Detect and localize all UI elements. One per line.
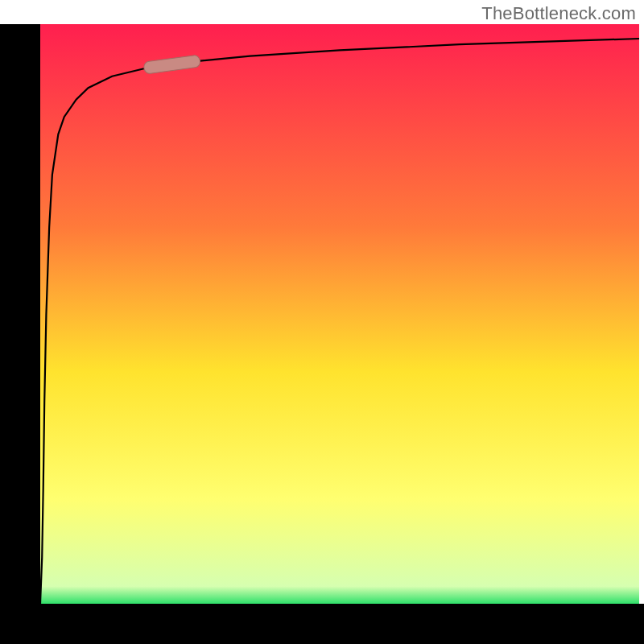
watermark-text: TheBottleneck.com [481,3,636,24]
chart-area [0,0,644,644]
plot-background [40,24,639,604]
axis-bottom-border [0,604,644,644]
chart-svg [0,0,644,644]
axis-left-border [0,24,40,644]
